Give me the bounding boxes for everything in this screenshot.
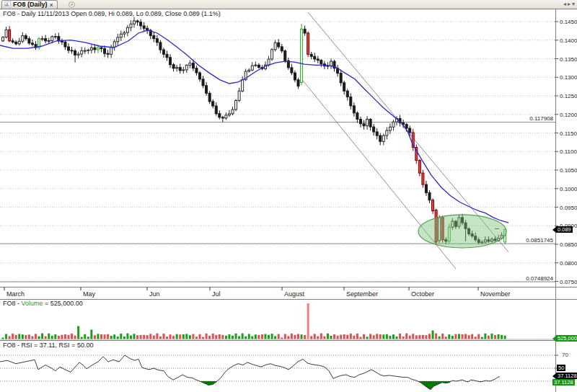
volume-bar — [100, 334, 102, 339]
candle-body — [432, 200, 434, 211]
candle-body — [373, 127, 375, 132]
candle-body — [45, 39, 47, 41]
volume-bar — [189, 335, 191, 339]
volume-bar — [359, 337, 361, 339]
volume-bar — [501, 335, 503, 339]
price-level-label: 0.117908 — [529, 115, 553, 122]
volume-bar — [206, 334, 208, 339]
price-tick-label: 0.0850 — [560, 241, 577, 248]
candle-body — [301, 29, 303, 82]
volume-bar — [471, 334, 473, 339]
candle-body — [51, 37, 53, 41]
candle-body — [228, 114, 230, 115]
new-tab-button[interactable]: + — [69, 1, 75, 8]
volume-bar — [94, 335, 96, 339]
candle-body — [212, 102, 214, 106]
volume-bar — [113, 334, 115, 339]
candle-body — [392, 122, 395, 127]
candle-body — [140, 22, 142, 26]
price-tick-label: 0.1450 — [560, 19, 577, 25]
candle-body — [153, 35, 155, 38]
volume-bar — [195, 337, 198, 339]
candle-body — [221, 117, 224, 118]
tab-list-dropdown-icon[interactable]: ▾ — [572, 1, 575, 8]
volume-bar — [488, 336, 490, 339]
volume-bar — [343, 334, 345, 339]
volume-bar — [48, 334, 50, 339]
candle-body — [90, 48, 92, 50]
highlight-ellipse[interactable] — [418, 215, 506, 248]
tab-fo8-daily[interactable]: FO8 (Daily) × — [1, 0, 58, 9]
candle-body — [422, 173, 424, 184]
candle-body — [291, 68, 293, 73]
candle-body — [77, 54, 79, 55]
candle-body — [192, 63, 194, 68]
candle-body — [18, 41, 20, 44]
price-tick-label: 0.0750 — [560, 279, 577, 285]
volume-bar — [35, 334, 37, 339]
volume-bar — [278, 334, 280, 339]
volume-bar — [221, 335, 224, 339]
volume-bar — [140, 335, 142, 339]
tab-scroll-left-icon[interactable]: ◂ — [563, 1, 566, 8]
volume-bar — [439, 337, 441, 339]
candle-body — [87, 50, 89, 50]
volume-bar — [369, 334, 371, 339]
candle-body — [54, 37, 56, 37]
volume-bar — [317, 337, 319, 339]
volume-bar — [18, 334, 20, 339]
candle-body — [382, 135, 384, 141]
volume-bar — [28, 334, 30, 339]
candle-body — [9, 30, 11, 40]
candle-body — [120, 34, 122, 37]
volume-bar — [153, 336, 155, 339]
volume-bar — [415, 335, 418, 339]
candle-body — [369, 119, 371, 127]
volume-bar — [38, 337, 40, 339]
volume-bar — [477, 334, 480, 339]
candle-body — [215, 106, 217, 114]
volume-bar — [366, 337, 369, 339]
candle-body — [61, 41, 63, 42]
month-label: November — [480, 290, 511, 298]
volume-bar — [219, 334, 221, 339]
candle-body — [418, 161, 420, 174]
tab-bar: FO8 (Daily) × + ◂ ▸ ▾ — [0, 0, 577, 9]
volume-bar — [468, 335, 470, 339]
volume-bar — [172, 336, 175, 339]
volume-bar — [257, 335, 260, 339]
candle-body — [97, 48, 99, 50]
volume-bar — [333, 334, 335, 339]
candle-body — [179, 68, 181, 71]
volume-bar — [110, 336, 113, 339]
volume-bar — [225, 336, 227, 339]
volume-bar — [268, 335, 270, 339]
volume-bar — [363, 334, 365, 339]
volume-bar — [399, 334, 401, 339]
volume-bar — [304, 335, 306, 339]
candle-body — [317, 59, 319, 61]
volume-bar — [382, 334, 384, 339]
month-label: May — [83, 290, 96, 298]
volume-bar — [396, 337, 398, 339]
chart-canvas[interactable]: 0.1179080.08517450.0748924MarchMayJunJul… — [0, 9, 577, 392]
tab-close-icon[interactable]: × — [50, 1, 53, 9]
price-tick-label: 0.1100 — [560, 148, 577, 155]
volume-bar — [386, 334, 388, 339]
tab-scroll-right-icon[interactable]: ▸ — [568, 1, 571, 8]
volume-bar — [9, 336, 11, 339]
volume-bar — [297, 334, 299, 339]
candle-body — [25, 36, 27, 39]
candle-body — [104, 49, 106, 54]
month-label: March — [6, 290, 25, 298]
candle-body — [94, 48, 96, 50]
volume-bar — [232, 336, 234, 339]
volume-bar — [314, 334, 316, 339]
volume-bar — [182, 334, 185, 339]
candle-body — [202, 79, 204, 86]
candle-body — [271, 50, 273, 59]
volume-bar — [475, 337, 477, 339]
volume-title-value: = 525,000.00 — [43, 300, 83, 307]
price-tick-label: 0.0800 — [560, 260, 577, 267]
volume-bar — [162, 334, 164, 339]
